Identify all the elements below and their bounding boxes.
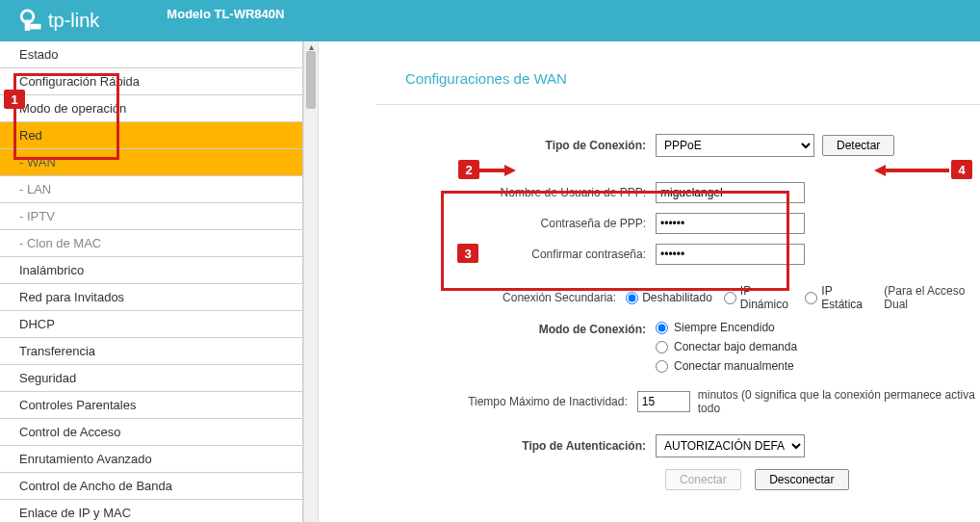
marker-4: 4 — [951, 160, 972, 179]
sidebar-scrollbar[interactable]: ▴ — [303, 41, 319, 522]
ppp-pass-label: Contraseña de PPP: — [376, 217, 656, 230]
brand-logo: tp-link — [17, 8, 99, 35]
tplink-logo-icon — [17, 8, 44, 35]
arrow-4 — [874, 164, 949, 177]
svg-marker-6 — [874, 165, 886, 176]
model-block: Modelo TL-WR840N — [167, 7, 284, 21]
sidebar-item-0[interactable]: Estado — [0, 41, 302, 68]
sidebar-item-1[interactable]: Configuración Rápida — [0, 68, 302, 95]
sidebar-item-14[interactable]: Control de Acceso — [0, 419, 302, 446]
brand-text: tp-link — [48, 10, 99, 32]
scroll-thumb[interactable] — [306, 51, 316, 109]
main-panel: Configuraciones de WAN Tipo de Conexión:… — [319, 41, 980, 522]
marker-2: 2 — [458, 160, 479, 179]
app-header: tp-link Modelo TL-WR840N — [0, 0, 980, 41]
sidebar: EstadoConfiguración RápidaModo de operac… — [0, 41, 303, 522]
arrow-2 — [479, 164, 516, 177]
auth-label: Tipo de Autenticación: — [376, 439, 656, 453]
svg-rect-1 — [25, 19, 31, 30]
sidebar-item-17[interactable]: Enlace de IP y MAC — [0, 500, 302, 522]
sec-opt-static[interactable]: IP Estática — [805, 284, 868, 311]
detect-button[interactable]: Detectar — [822, 135, 894, 156]
sidebar-item-13[interactable]: Controles Parentales — [0, 392, 302, 419]
sidebar-item-12[interactable]: Seguridad — [0, 365, 302, 392]
sidebar-item-6[interactable]: - IPTV — [0, 203, 302, 230]
ppp-pass-input[interactable] — [656, 213, 805, 234]
idle-label: Tiempo Máximo de Inactividad: — [376, 395, 637, 408]
section-title: Configuraciones de WAN — [405, 70, 980, 87]
sidebar-item-4[interactable]: - WAN — [0, 149, 302, 176]
sec-conn-label: Conexión Secundaria: — [376, 291, 626, 304]
disconnect-button[interactable]: Desconectar — [755, 469, 848, 490]
conn-mode-demand[interactable]: Conectar bajo demanda — [656, 340, 797, 353]
sidebar-item-15[interactable]: Enrutamiento Avanzado — [0, 446, 302, 473]
sidebar-item-16[interactable]: Control de Ancho de Banda — [0, 473, 302, 500]
ppp-user-input[interactable] — [656, 182, 805, 203]
svg-rect-2 — [30, 23, 40, 29]
sidebar-item-2[interactable]: Modo de operación — [0, 95, 302, 122]
connect-button[interactable]: Conectar — [665, 469, 741, 490]
sidebar-item-10[interactable]: DHCP — [0, 311, 302, 338]
marker-3: 3 — [457, 244, 478, 263]
sec-note: (Para el Acceso Dual — [884, 284, 980, 311]
conn-type-label: Tipo de Conexión: — [376, 139, 656, 152]
sidebar-item-3[interactable]: Red — [0, 122, 302, 149]
sidebar-item-9[interactable]: Red para Invitados — [0, 284, 302, 311]
divider — [376, 104, 980, 105]
idle-after: minutos (0 significa que la conexión per… — [698, 388, 980, 415]
sec-opt-disabled[interactable]: Deshabilitado — [626, 291, 712, 304]
svg-marker-4 — [504, 165, 516, 176]
conn-type-select[interactable]: PPPoE — [656, 134, 814, 157]
idle-input[interactable] — [637, 391, 690, 412]
sidebar-item-8[interactable]: Inalámbrico — [0, 257, 302, 284]
conn-mode-manual[interactable]: Conectar manualmente — [656, 359, 797, 373]
ppp-pass2-label: Confirmar contraseña: — [376, 248, 656, 261]
sidebar-item-5[interactable]: - LAN — [0, 176, 302, 203]
ppp-pass2-input[interactable] — [656, 244, 805, 265]
sidebar-item-7[interactable]: - Clon de MAC — [0, 230, 302, 257]
model-label: Modelo TL-WR840N — [167, 7, 284, 21]
marker-1: 1 — [4, 90, 25, 109]
sidebar-item-11[interactable]: Transferencia — [0, 338, 302, 365]
auth-select[interactable]: AUTORIZACIÓN DEFAULT — [656, 434, 805, 457]
sec-opt-dyn[interactable]: IP Dinámico — [724, 284, 794, 311]
conn-mode-always[interactable]: Siempre Encendido — [656, 321, 797, 334]
conn-mode-label: Modo de Conexión: — [376, 321, 656, 336]
ppp-user-label: Nombre de Usuario de PPP: — [376, 186, 656, 199]
